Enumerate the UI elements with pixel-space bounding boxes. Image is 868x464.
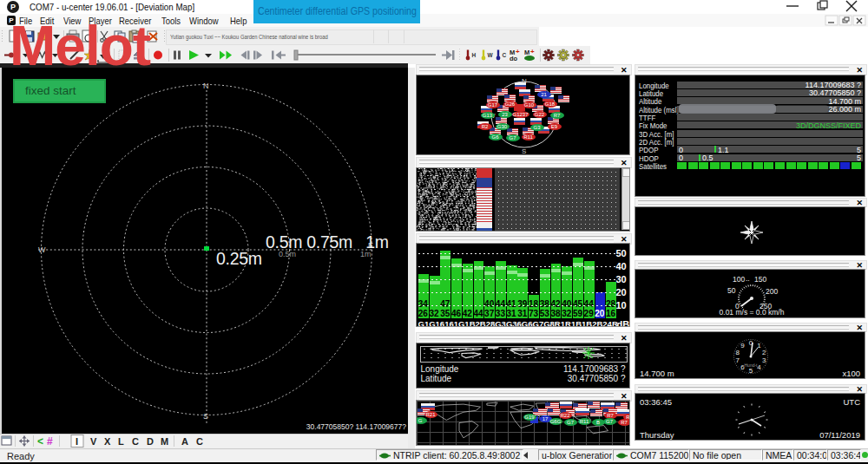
svg-text:N: N xyxy=(203,82,209,90)
svg-text:200: 200 xyxy=(766,287,778,296)
svg-text:..: .. xyxy=(746,274,750,283)
svg-text:<: < xyxy=(37,435,43,448)
svg-text:H: H xyxy=(472,52,477,58)
svg-text:150: 150 xyxy=(754,275,766,284)
svg-text:M: M xyxy=(161,436,168,447)
svg-text:do: do xyxy=(510,55,518,62)
svg-text:#: # xyxy=(47,435,53,448)
svg-text:8: 8 xyxy=(736,349,740,356)
svg-text:0.25m: 0.25m xyxy=(216,249,262,268)
svg-text:C: C xyxy=(196,436,203,447)
svg-text:S: S xyxy=(203,412,208,421)
svg-text:9: 9 xyxy=(740,342,745,350)
svg-text:1m: 1m xyxy=(360,250,372,258)
svg-text:W: W xyxy=(488,52,494,58)
svg-text:M: M xyxy=(524,49,529,56)
svg-text:+: + xyxy=(530,48,535,56)
svg-text:30.47705850? 114.17009677?: 30.47705850? 114.17009677? xyxy=(306,422,406,431)
svg-text:X: X xyxy=(104,436,111,447)
svg-text:C: C xyxy=(132,436,139,447)
svg-text:0.5m: 0.5m xyxy=(279,250,296,258)
svg-text:D: D xyxy=(147,436,154,447)
svg-text:W: W xyxy=(38,245,46,254)
svg-text:100: 100 xyxy=(733,275,745,284)
svg-text:C: C xyxy=(503,52,507,58)
svg-text:0.01 m/s = 0.0 km/h: 0.01 m/s = 0.0 km/h xyxy=(720,308,785,317)
svg-text:A: A xyxy=(181,436,188,447)
svg-text:Hund-t: Hund-t xyxy=(744,363,758,368)
svg-text:V: V xyxy=(90,436,97,447)
svg-text:L: L xyxy=(118,436,124,447)
svg-text:50: 50 xyxy=(727,286,736,295)
svg-text:I: I xyxy=(76,436,78,447)
svg-text:7: 7 xyxy=(736,356,740,364)
svg-text:0.5m 0.75m 1m: 0.5m 0.75m 1m xyxy=(266,232,389,252)
svg-text:S: S xyxy=(522,147,526,154)
